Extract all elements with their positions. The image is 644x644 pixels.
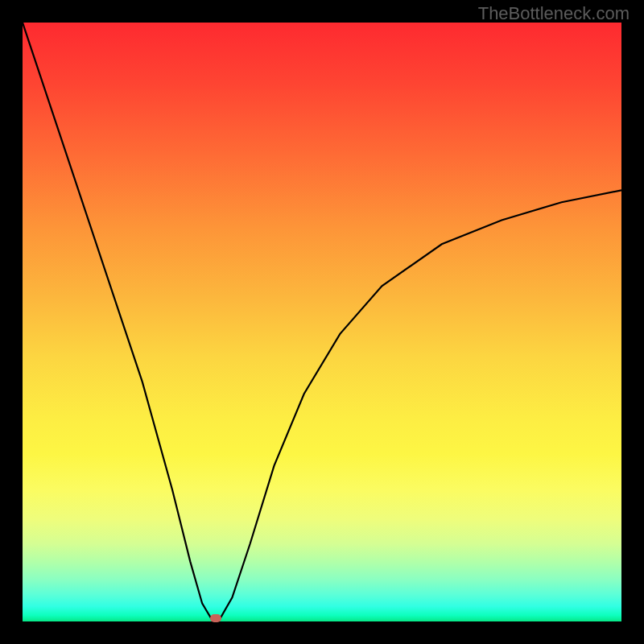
optimal-point-marker bbox=[210, 614, 221, 622]
watermark-text: TheBottleneck.com bbox=[478, 3, 630, 24]
chart-plot-area bbox=[23, 23, 621, 621]
bottleneck-curve bbox=[23, 23, 621, 621]
